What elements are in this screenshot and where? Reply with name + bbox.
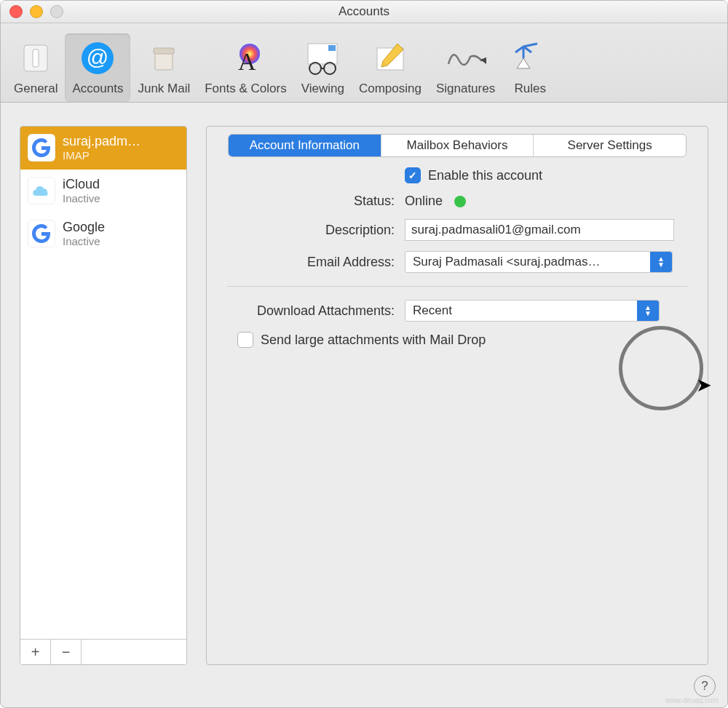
window-title: Accounts <box>339 4 389 19</box>
account-name: iCloud <box>63 177 100 192</box>
accounts-list: suraj.padm… IMAP iCloud Inactive <box>20 127 186 639</box>
add-account-button[interactable]: + <box>20 640 51 664</box>
svg-rect-5 <box>154 48 174 54</box>
cursor-icon: ➤ <box>696 374 712 397</box>
pencil-icon <box>370 38 411 79</box>
account-row[interactable]: suraj.padm… IMAP <box>20 127 186 170</box>
toolbar-item-fonts[interactable]: A Fonts & Colors <box>197 33 293 102</box>
enable-account-label: Enable this account <box>428 168 542 183</box>
google-icon <box>28 220 55 247</box>
description-input[interactable] <box>405 219 674 241</box>
tab-bar: Account Information Mailbox Behaviors Se… <box>228 134 687 157</box>
chevron-up-down-icon: ▲▼ <box>637 301 659 321</box>
window-controls <box>9 5 63 18</box>
svg-text:@: @ <box>87 45 108 69</box>
signature-icon <box>446 38 486 79</box>
mail-drop-checkbox[interactable] <box>237 332 253 348</box>
account-sub: Inactive <box>63 192 100 204</box>
account-name: Google <box>63 220 105 235</box>
toolbar-item-label: Junk Mail <box>138 81 190 96</box>
main-panel: Account Information Mailbox Behaviors Se… <box>206 126 708 665</box>
account-info-form: Enable this account Status: Online Descr… <box>207 167 708 348</box>
svg-rect-4 <box>155 52 173 70</box>
svg-marker-16 <box>517 58 530 68</box>
tab-server-settings[interactable]: Server Settings <box>534 135 686 156</box>
status-indicator-icon <box>454 196 466 207</box>
switch-icon <box>15 38 56 79</box>
chevron-up-down-icon: ▲▼ <box>650 252 672 272</box>
sidebar-footer: + − <box>20 639 186 664</box>
toolbar-item-label: General <box>14 81 58 96</box>
account-sub: IMAP <box>63 149 141 162</box>
svg-text:A: A <box>238 48 256 75</box>
download-label: Download Attachments: <box>227 303 395 319</box>
description-label: Description: <box>227 223 395 238</box>
sidebar-footer-spacer <box>82 640 186 664</box>
email-address-select[interactable]: Suraj Padmasali <suraj.padmas… ▲▼ <box>405 251 673 273</box>
content-area: suraj.padm… IMAP iCloud Inactive <box>1 103 727 680</box>
svg-line-18 <box>515 47 523 52</box>
toolbar-item-signatures[interactable]: Signatures <box>429 33 502 102</box>
trash-icon <box>143 38 184 79</box>
svg-line-19 <box>523 47 531 52</box>
toolbar-item-rules[interactable]: Rules <box>502 33 558 102</box>
at-icon: @ <box>77 38 118 79</box>
toolbar-item-viewing[interactable]: Viewing <box>294 33 352 102</box>
toolbar-item-label: Rules <box>514 81 545 96</box>
toolbar-item-label: Signatures <box>436 81 495 96</box>
preferences-window: Accounts General @ Accounts Junk Mail A … <box>0 0 728 708</box>
fonts-icon: A <box>225 38 266 79</box>
svg-line-20 <box>523 44 537 47</box>
status-value: Online <box>405 194 443 209</box>
account-name: suraj.padm… <box>63 134 141 149</box>
toolbar-item-label: Viewing <box>301 81 344 96</box>
toolbar-item-general[interactable]: General <box>7 33 65 102</box>
rules-icon <box>510 38 550 79</box>
google-icon <box>28 134 55 162</box>
download-attachments-value: Recent <box>413 303 452 318</box>
toolbar-item-label: Composing <box>359 81 422 96</box>
tab-mailbox-behaviors[interactable]: Mailbox Behaviors <box>381 135 534 156</box>
remove-account-button[interactable]: − <box>51 640 82 664</box>
enable-account-checkbox[interactable] <box>405 167 421 183</box>
help-button[interactable]: ? <box>694 675 716 697</box>
glasses-icon <box>302 38 343 79</box>
account-sub: Inactive <box>63 235 105 247</box>
tab-account-information[interactable]: Account Information <box>229 135 381 156</box>
toolbar-item-composing[interactable]: Composing <box>352 33 429 102</box>
watermark: www.deuaq.com <box>665 696 719 704</box>
titlebar: Accounts <box>1 1 727 23</box>
email-address-value: Suraj Padmasali <suraj.padmas… <box>413 255 600 269</box>
svg-rect-1 <box>33 49 39 67</box>
mail-drop-label: Send large attachments with Mail Drop <box>261 333 486 348</box>
icloud-icon <box>28 177 55 204</box>
zoom-icon[interactable] <box>50 5 63 18</box>
divider <box>227 286 687 287</box>
accounts-sidebar: suraj.padm… IMAP iCloud Inactive <box>20 126 187 665</box>
close-icon[interactable] <box>9 5 23 18</box>
download-attachments-select[interactable]: Recent ▲▼ <box>405 300 660 322</box>
toolbar-item-label: Fonts & Colors <box>205 81 286 96</box>
svg-rect-9 <box>328 45 336 51</box>
toolbar-item-accounts[interactable]: @ Accounts <box>65 33 130 102</box>
toolbar-item-label: Accounts <box>72 81 123 96</box>
account-row[interactable]: Google Inactive <box>20 212 186 255</box>
email-label: Email Address: <box>227 255 395 270</box>
status-label: Status: <box>227 194 395 209</box>
toolbar: General @ Accounts Junk Mail A Fonts & C… <box>1 23 727 103</box>
account-row[interactable]: iCloud Inactive <box>20 170 186 212</box>
toolbar-item-junk[interactable]: Junk Mail <box>130 33 197 102</box>
minimize-icon[interactable] <box>30 5 43 18</box>
